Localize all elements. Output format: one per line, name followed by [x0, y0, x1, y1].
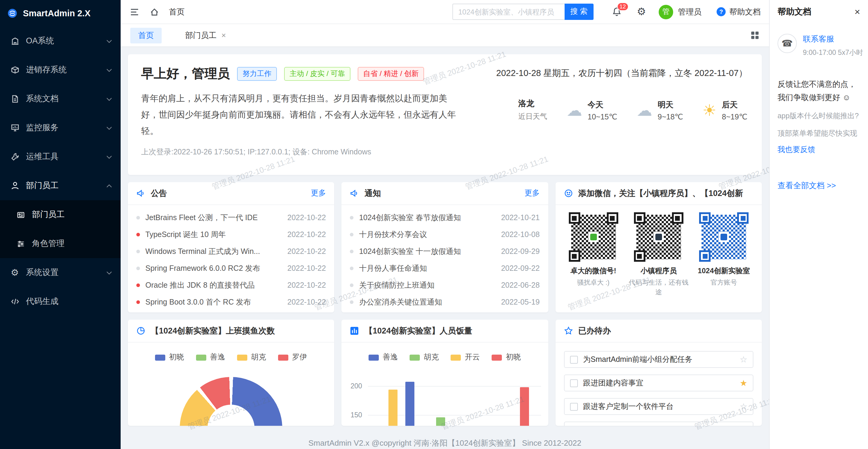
- legend-item[interactable]: 罗伊: [278, 352, 307, 362]
- notice-item[interactable]: 办公室消杀关键位置通知2022-05-19: [350, 294, 540, 311]
- feedback-link[interactable]: 我也要反馈: [777, 145, 815, 155]
- wechat-card: 添加微信，关注【小镇程序员】、【1024创新 卓大的微信号! 骚扰卓大 :) 小…: [555, 182, 762, 312]
- sidebar-subitem-dept-staff[interactable]: 部门员工: [0, 200, 121, 229]
- todo-checkbox[interactable]: [570, 379, 578, 387]
- sun-icon: ☀: [703, 102, 717, 118]
- todo-item[interactable]: 跟进客户定制一个软件平台: [564, 398, 753, 415]
- breadcrumb[interactable]: 首页: [169, 6, 185, 17]
- app-logo[interactable]: SmartAdmin 2.X: [0, 0, 121, 27]
- todo-checkbox[interactable]: [570, 355, 578, 363]
- tab-layout-icon[interactable]: [750, 31, 760, 40]
- announcement-item[interactable]: Oracle 推出 JDK 8 的直接替代品2022-10-22: [136, 277, 326, 294]
- sidebar-item-settings[interactable]: ⚙ 系统设置: [0, 258, 121, 287]
- content-area: 管理员 2022-10-28 11:21 管理员 2022-10-28 11:2…: [121, 47, 769, 449]
- chevron-up-icon: [107, 184, 112, 189]
- star-icon[interactable]: [740, 355, 747, 364]
- box-icon: [10, 65, 20, 75]
- sidebar-item-oa[interactable]: OA系统: [0, 27, 121, 56]
- star-icon[interactable]: [740, 402, 747, 411]
- todo-item[interactable]: 为SmartAdmin前端小组分配任务: [564, 351, 753, 368]
- question-icon: [717, 7, 726, 16]
- y-axis-tick: 150: [346, 411, 362, 419]
- help-docs-label: 帮助文档: [729, 6, 761, 17]
- top-header: 首页 搜 索 12 ⚙ 管 管理员 帮助文档: [121, 0, 769, 24]
- user-menu[interactable]: 管 管理员: [659, 4, 702, 19]
- notices-more-link[interactable]: 更多: [525, 188, 539, 198]
- tab-dept[interactable]: 部门员工: [177, 27, 234, 43]
- notice-item[interactable]: 十月份人事任命通知2022-09-22: [350, 260, 540, 277]
- sidebar-item-erp[interactable]: 进销存系统: [0, 56, 121, 85]
- legend-item[interactable]: 胡克: [237, 352, 266, 362]
- home-icon[interactable]: [149, 6, 160, 17]
- qrcode-xiaozhen[interactable]: 小镇程序员 代码与生活，还有钱途: [628, 212, 689, 297]
- list-dot: [136, 300, 140, 304]
- bar-shanyi: [406, 382, 415, 426]
- sidebar: SmartAdmin 2.X OA系统 进销存系统 系统文档 监控服务 运维工具: [0, 0, 121, 449]
- id-card-icon: [16, 210, 26, 220]
- notice-item[interactable]: 关于疫情防控上班通知2022-06-28: [350, 277, 540, 294]
- settings-icon[interactable]: ⚙: [637, 7, 646, 17]
- collapse-menu-icon[interactable]: [129, 6, 140, 17]
- help-docs-button[interactable]: 帮助文档: [717, 6, 761, 17]
- contact-support-link[interactable]: 联系客服: [803, 34, 863, 44]
- pie-chart-icon: [136, 326, 145, 335]
- cloud-icon: ☁: [637, 102, 652, 118]
- search-input[interactable]: [453, 4, 565, 20]
- legend-item[interactable]: 善逸: [196, 352, 225, 362]
- announcement-item[interactable]: Windows Terminal 正式成为 Win...2022-10-22: [136, 243, 326, 260]
- feedback-intro: 反馈让您不满意的点，我们争取做到更好 ☺: [777, 78, 860, 104]
- wechat-title: 添加微信，关注【小镇程序员】、【1024创新: [578, 188, 753, 199]
- close-tab-icon[interactable]: [221, 31, 226, 39]
- legend-item[interactable]: 初晓: [155, 352, 184, 362]
- footer: SmartAdmin V2.x @copyright 河南·洛阳【1024创新实…: [128, 433, 762, 449]
- weather-day-after: ☀ 后天 8~19℃: [703, 99, 747, 121]
- cards-row-1: 公告 更多 JetBrains Fleet 公测，下一代 IDE2022-10-…: [128, 182, 762, 312]
- date-info: 2022-10-28 星期五，农历十初四（当前霜降，立冬 2022-11-07）: [422, 68, 747, 79]
- list-dot: [136, 284, 140, 287]
- sidebar-item-dept[interactable]: 部门员工: [0, 171, 121, 200]
- sidebar-item-docs[interactable]: 系统文档: [0, 85, 121, 114]
- notices-list: 1024创新实验室 春节放假通知2022-10-21 十月份技术分享会议2022…: [342, 209, 548, 311]
- announcement-item[interactable]: TypeScript 诞生 10 周年2022-10-22: [136, 226, 326, 243]
- sidebar-item-codegen[interactable]: 代码生成: [0, 287, 121, 316]
- notification-badge: 12: [617, 2, 628, 10]
- notifications-button[interactable]: 12: [611, 6, 623, 18]
- search-button[interactable]: 搜 索: [565, 4, 593, 20]
- notices-card: 通知 更多 1024创新实验室 春节放假通知2022-10-21 十月份技术分享…: [342, 182, 548, 312]
- all-docs-link[interactable]: 查看全部文档 >>: [777, 180, 860, 191]
- fish-chart-legend: 初晓 善逸 胡克 罗伊: [128, 352, 335, 362]
- todo-checkbox[interactable]: [570, 403, 578, 410]
- notice-item[interactable]: 1024创新实验室 春节放假通知2022-10-21: [350, 209, 540, 226]
- announcement-item[interactable]: Spring Boot 3.0.0 首个 RC 发布2022-10-22: [136, 294, 326, 311]
- weather-row: 洛龙 近日天气 ☁ 今天 10~15℃ ☁ 明天 9~18℃: [422, 98, 747, 122]
- tag-self-improve: 自省 / 精进 / 创新: [358, 67, 424, 81]
- list-dot: [350, 233, 354, 236]
- tab-home[interactable]: 首页: [130, 27, 162, 43]
- announcements-title: 公告: [151, 188, 306, 199]
- notice-item[interactable]: 十月份技术分享会议2022-10-08: [350, 226, 540, 243]
- announcement-item[interactable]: JetBrains Fleet 公测，下一代 IDE2022-10-22: [136, 209, 326, 226]
- star-icon[interactable]: [740, 379, 747, 387]
- bar-chart-icon: [350, 326, 359, 335]
- announcement-item[interactable]: Spring Framework 6.0.0 RC2 发布2022-10-22: [136, 260, 326, 277]
- smartadmin-app: SmartAdmin 2.X OA系统 进销存系统 系统文档 监控服务 运维工具: [0, 0, 868, 449]
- notice-item[interactable]: 1024创新实验室 十一放假通知2022-09-29: [350, 243, 540, 260]
- meal-chart-title: 【1024创新实验室】人员饭量: [365, 325, 540, 336]
- todo-item[interactable]: [564, 422, 753, 426]
- greeting-title: 早上好，管理员: [141, 65, 230, 82]
- cards-row-2: 【1024创新实验室】上班摸鱼次数 初晓 善逸 胡克 罗伊 【1024创新实验室…: [128, 320, 762, 426]
- sidebar-subitem-roles[interactable]: 角色管理: [0, 229, 121, 258]
- wrench-icon: [10, 152, 20, 162]
- fish-donut-chart: [180, 377, 282, 426]
- todo-item[interactable]: 跟进团建内容事宜: [564, 375, 753, 391]
- notices-title: 通知: [365, 188, 519, 199]
- announcements-more-link[interactable]: 更多: [311, 188, 326, 198]
- chevron-down-icon: [107, 125, 112, 130]
- qrcode-zhuoda[interactable]: 卓大的微信号! 骚扰卓大 :): [562, 212, 624, 297]
- qrcode-1024lab[interactable]: 1024创新实验室 官方账号: [693, 212, 754, 297]
- close-panel-icon[interactable]: [855, 7, 860, 17]
- sidebar-item-ops[interactable]: 运维工具: [0, 142, 121, 171]
- feedback-question: 顶部菜单希望能尽快实现: [777, 128, 860, 139]
- help-panel-title: 帮助文档: [777, 7, 811, 18]
- sidebar-item-monitor[interactable]: 监控服务: [0, 114, 121, 142]
